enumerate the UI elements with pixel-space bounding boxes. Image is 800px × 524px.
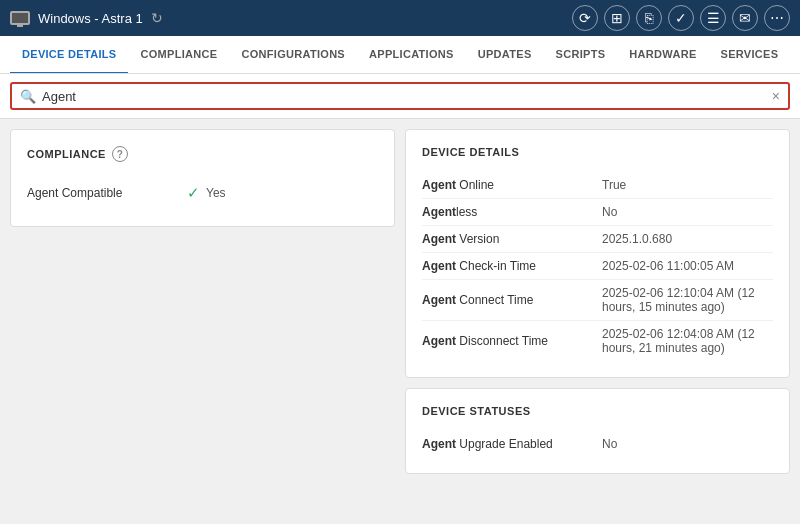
device-details-card-title: DEVICE DETAILS xyxy=(422,146,773,158)
compliance-value: ✓ Yes xyxy=(187,184,226,202)
main-content: COMPLIANCE ? Agent Compatible ✓ Yes DEVI… xyxy=(0,119,800,523)
tab-hardware[interactable]: HARDWARE xyxy=(617,36,708,74)
detail-row-agent-online: Agent Online True xyxy=(422,172,773,199)
search-bar: 🔍 × xyxy=(10,82,790,110)
detail-row-agent-checkin: Agent Check-in Time 2025-02-06 11:00:05 … xyxy=(422,253,773,280)
tab-device-details[interactable]: DEVICE DETAILS xyxy=(10,36,128,74)
device-details-card: DEVICE DETAILS Agent Online True Agentle… xyxy=(405,129,790,378)
check-icon[interactable]: ✓ xyxy=(668,5,694,31)
mail-icon[interactable]: ✉ xyxy=(732,5,758,31)
detail-row-agent-connect: Agent Connect Time 2025-02-06 12:10:04 A… xyxy=(422,280,773,321)
tab-location[interactable]: LOCATION xyxy=(790,36,800,74)
search-bar-container: 🔍 × xyxy=(0,74,800,119)
window-icon-group xyxy=(10,11,30,25)
monitor-icon xyxy=(10,11,30,25)
top-bar-left: Windows - Astra 1 ↻ xyxy=(10,10,163,26)
grid-icon[interactable]: ⊞ xyxy=(604,5,630,31)
compliance-row-agent-compatible: Agent Compatible ✓ Yes xyxy=(27,176,378,210)
status-row-agent-upgrade: Agent Upgrade Enabled No xyxy=(422,431,773,457)
search-clear-button[interactable]: × xyxy=(772,88,780,104)
tab-scripts[interactable]: SCRIPTS xyxy=(544,36,618,74)
tab-configurations[interactable]: CONFIGURATIONS xyxy=(229,36,357,74)
nav-tabs: DEVICE DETAILS COMPLIANCE CONFIGURATIONS… xyxy=(0,36,800,74)
left-panel: COMPLIANCE ? Agent Compatible ✓ Yes xyxy=(10,129,395,513)
more-icon[interactable]: ⋯ xyxy=(764,5,790,31)
compliance-card: COMPLIANCE ? Agent Compatible ✓ Yes xyxy=(10,129,395,227)
tab-applications[interactable]: APPLICATIONS xyxy=(357,36,466,74)
device-statuses-card-title: DEVICE STATUSES xyxy=(422,405,773,417)
copy-icon[interactable]: ⎘ xyxy=(636,5,662,31)
right-panel: DEVICE DETAILS Agent Online True Agentle… xyxy=(405,129,790,513)
check-mark-icon: ✓ xyxy=(187,184,200,202)
detail-row-agent-version: Agent Version 2025.1.0.680 xyxy=(422,226,773,253)
refresh-icon[interactable]: ↻ xyxy=(151,10,163,26)
detail-row-agent-disconnect: Agent Disconnect Time 2025-02-06 12:04:0… xyxy=(422,321,773,361)
search-icon: 🔍 xyxy=(20,89,36,104)
tab-services[interactable]: SERVICES xyxy=(709,36,791,74)
tab-updates[interactable]: UPDATES xyxy=(466,36,544,74)
top-bar: Windows - Astra 1 ↻ ⟳ ⊞ ⎘ ✓ ☰ ✉ ⋯ xyxy=(0,0,800,36)
tab-compliance[interactable]: COMPLIANCE xyxy=(128,36,229,74)
compliance-card-title: COMPLIANCE ? xyxy=(27,146,378,162)
top-bar-icons: ⟳ ⊞ ⎘ ✓ ☰ ✉ ⋯ xyxy=(572,5,790,31)
window-title: Windows - Astra 1 xyxy=(38,11,143,26)
menu-icon[interactable]: ☰ xyxy=(700,5,726,31)
search-input[interactable] xyxy=(42,89,772,104)
detail-row-agentless: Agentless No xyxy=(422,199,773,226)
compliance-help-icon[interactable]: ? xyxy=(112,146,128,162)
device-statuses-card: DEVICE STATUSES Agent Upgrade Enabled No xyxy=(405,388,790,474)
compliance-label: Agent Compatible xyxy=(27,186,187,200)
sync-icon[interactable]: ⟳ xyxy=(572,5,598,31)
